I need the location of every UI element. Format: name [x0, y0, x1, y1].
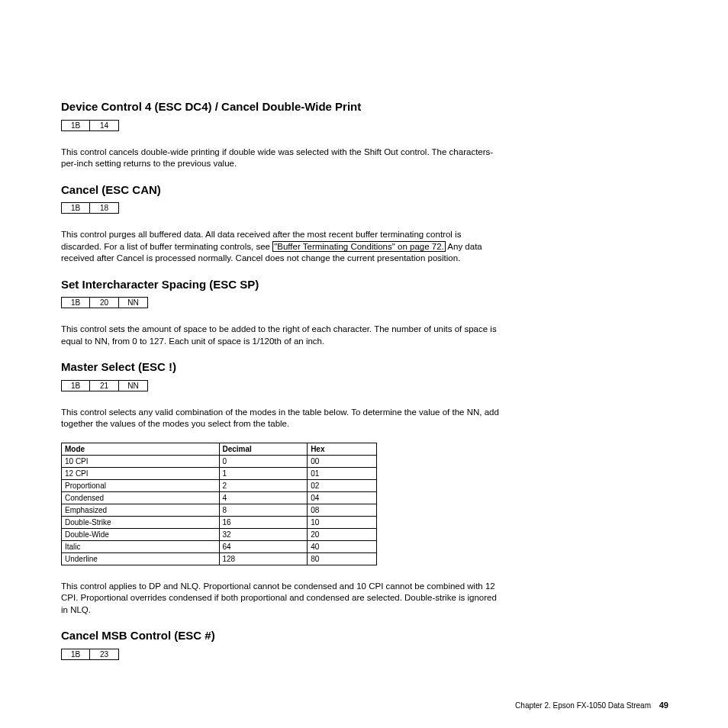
- table-header-row: Mode Decimal Hex: [62, 443, 377, 455]
- heading-master-select: Master Select (ESC !): [61, 359, 667, 375]
- page-footer: Chapter 2. Epson FX-1050 Data Stream 49: [515, 701, 668, 710]
- cell-mode: 10 CPI: [62, 455, 220, 467]
- code-cell: 14: [90, 120, 119, 131]
- table-row: Double-Strike1610: [62, 516, 377, 528]
- col-decimal: Decimal: [219, 443, 308, 455]
- cell-decimal: 32: [219, 528, 308, 540]
- cell-mode: Condensed: [62, 491, 220, 504]
- section-master-select: Master Select (ESC !) 1B 21 NN This cont…: [61, 359, 667, 616]
- cell-hex: 80: [308, 552, 377, 565]
- cell-hex: 04: [308, 491, 377, 504]
- table-row: Condensed404: [62, 491, 377, 504]
- section-dc4: Device Control 4 (ESC DC4) / Cancel Doub…: [61, 99, 667, 170]
- code-cell: 23: [90, 649, 119, 660]
- cell-decimal: 16: [219, 516, 308, 528]
- cell-mode: Italic: [62, 540, 220, 552]
- cell-mode: Emphasized: [62, 504, 220, 516]
- code-row-ms: 1B 21 NN: [61, 380, 148, 391]
- code-cell: NN: [119, 380, 148, 391]
- cell-mode: 12 CPI: [62, 467, 220, 479]
- code-row-msb: 1B 23: [61, 649, 119, 660]
- cell-decimal: 64: [219, 540, 308, 552]
- heading-dc4: Device Control 4 (ESC DC4) / Cancel Doub…: [61, 99, 667, 114]
- cell-mode: Double-Wide: [62, 528, 220, 540]
- cell-decimal: 4: [219, 491, 308, 504]
- col-mode: Mode: [62, 443, 220, 455]
- code-cell: 20: [90, 297, 119, 308]
- code-cell: 21: [90, 380, 119, 391]
- heading-can: Cancel (ESC CAN): [61, 182, 667, 198]
- section-can: Cancel (ESC CAN) 1B 18 This control purg…: [61, 182, 667, 265]
- code-cell: 1B: [61, 202, 90, 214]
- footer-chapter: Chapter 2. Epson FX-1050 Data Stream: [515, 701, 651, 710]
- table-row: Emphasized808: [62, 504, 377, 516]
- paragraph: This control sets the amount of space to…: [61, 324, 504, 347]
- table-row: 12 CPI101: [62, 467, 377, 479]
- cell-hex: 08: [308, 504, 377, 516]
- paragraph: This control cancels double-wide printin…: [61, 147, 504, 170]
- paragraph: This control applies to DP and NLQ. Prop…: [61, 581, 504, 617]
- cell-mode: Double-Strike: [62, 516, 220, 528]
- cell-hex: 02: [308, 479, 377, 491]
- cell-hex: 10: [308, 516, 377, 528]
- code-cell: NN: [119, 297, 148, 308]
- cell-decimal: 2: [219, 479, 308, 491]
- code-cell: 1B: [61, 297, 90, 308]
- modes-table: Mode Decimal Hex 10 CPI000 12 CPI101 Pro…: [61, 443, 377, 565]
- cell-decimal: 0: [219, 455, 308, 467]
- footer-page-number: 49: [659, 701, 668, 710]
- cell-decimal: 128: [219, 552, 308, 565]
- paragraph: This control purges all buffered data. A…: [61, 229, 504, 265]
- section-sp: Set Intercharacter Spacing (ESC SP) 1B 2…: [61, 277, 667, 348]
- table-row: Double-Wide3220: [62, 528, 377, 540]
- heading-msb: Cancel MSB Control (ESC #): [61, 628, 667, 643]
- code-cell: 1B: [61, 120, 90, 131]
- code-cell: 18: [90, 202, 119, 214]
- table-row: Proportional202: [62, 479, 377, 491]
- paragraph: This control selects any valid combinati…: [61, 407, 504, 430]
- cell-hex: 01: [308, 467, 377, 479]
- table-row: Underline12880: [62, 552, 377, 565]
- code-cell: 1B: [61, 649, 90, 660]
- cell-mode: Underline: [62, 552, 220, 565]
- cross-reference-link[interactable]: "Buffer Terminating Conditions" on page …: [272, 241, 446, 252]
- table-row: 10 CPI000: [62, 455, 377, 467]
- table-row: Italic6440: [62, 540, 377, 552]
- cell-hex: 40: [308, 540, 377, 552]
- cell-decimal: 1: [219, 467, 308, 479]
- cell-hex: 20: [308, 528, 377, 540]
- col-hex: Hex: [308, 443, 377, 455]
- code-row-can: 1B 18: [61, 202, 119, 214]
- cell-mode: Proportional: [62, 479, 220, 491]
- code-row-sp: 1B 20 NN: [61, 297, 148, 308]
- code-row-dc4: 1B 14: [61, 120, 119, 131]
- code-cell: 1B: [61, 380, 90, 391]
- page-container: Device Control 4 (ESC DC4) / Cancel Doub…: [0, 0, 728, 728]
- cell-hex: 00: [308, 455, 377, 467]
- cell-decimal: 8: [219, 504, 308, 516]
- section-msb: Cancel MSB Control (ESC #) 1B 23: [61, 628, 667, 675]
- heading-sp: Set Intercharacter Spacing (ESC SP): [61, 277, 667, 292]
